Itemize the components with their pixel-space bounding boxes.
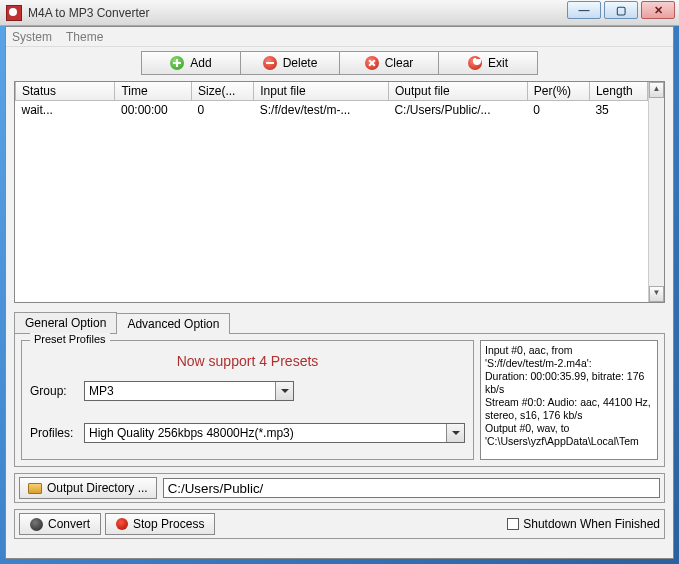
output-directory-input[interactable] (163, 478, 660, 498)
cell-length: 35 (589, 101, 647, 120)
output-dir-label: Output Directory ... (47, 481, 148, 495)
stream-info: Input #0, aac, from 'S:/f/dev/test/m-2.m… (480, 340, 658, 460)
cell-per: 0 (527, 101, 589, 120)
advanced-options-panel: Preset Profiles Now support 4 Presets Gr… (14, 333, 665, 467)
titlebar: M4A to MP3 Converter — ▢ ✕ (0, 0, 679, 26)
maximize-button[interactable]: ▢ (604, 1, 638, 19)
chevron-down-icon (275, 382, 293, 400)
cell-status: wait... (16, 101, 115, 120)
preset-legend: Preset Profiles (30, 333, 110, 345)
folder-icon (28, 483, 42, 494)
scroll-up[interactable]: ▲ (649, 82, 664, 98)
col-input[interactable]: Input file (254, 82, 389, 101)
scrollbar[interactable]: ▲ ▼ (648, 82, 664, 302)
clear-label: Clear (385, 56, 414, 70)
output-directory-button[interactable]: Output Directory ... (19, 477, 157, 499)
shutdown-checkbox[interactable] (507, 518, 519, 530)
convert-icon (30, 518, 43, 531)
tab-strip: General Option Advanced Option (6, 311, 673, 333)
clear-icon (365, 56, 379, 70)
group-combo[interactable]: MP3 (84, 381, 294, 401)
shutdown-label: Shutdown When Finished (523, 517, 660, 531)
col-output[interactable]: Output file (388, 82, 527, 101)
toolbar: Add Delete Clear Exit (6, 47, 673, 79)
stop-icon (116, 518, 128, 530)
app-icon (6, 5, 22, 21)
delete-button[interactable]: Delete (240, 51, 340, 75)
profiles-combo[interactable]: High Quality 256kbps 48000Hz(*.mp3) (84, 423, 465, 443)
cell-input: S:/f/dev/test/m-... (254, 101, 389, 120)
convert-button[interactable]: Convert (19, 513, 101, 535)
stop-process-button[interactable]: Stop Process (105, 513, 215, 535)
minus-icon (263, 56, 277, 70)
cell-output: C:/Users/Public/... (388, 101, 527, 120)
client-area: System Theme Add Delete Clear Exit Statu… (5, 26, 674, 559)
exit-label: Exit (488, 56, 508, 70)
col-size[interactable]: Size(... (192, 82, 254, 101)
clear-button[interactable]: Clear (339, 51, 439, 75)
preset-profiles-group: Preset Profiles Now support 4 Presets Gr… (21, 340, 474, 460)
group-value: MP3 (89, 384, 114, 398)
col-time[interactable]: Time (115, 82, 192, 101)
stop-label: Stop Process (133, 517, 204, 531)
scroll-down[interactable]: ▼ (649, 286, 664, 302)
preset-title: Now support 4 Presets (30, 353, 465, 369)
col-length[interactable]: Length (589, 82, 647, 101)
tab-general[interactable]: General Option (14, 312, 117, 333)
table-row[interactable]: wait... 00:00:00 0 S:/f/dev/test/m-... C… (16, 101, 648, 120)
profiles-label: Profiles: (30, 426, 84, 440)
window-title: M4A to MP3 Converter (28, 6, 149, 20)
minimize-button[interactable]: — (567, 1, 601, 19)
col-per[interactable]: Per(%) (527, 82, 589, 101)
exit-button[interactable]: Exit (438, 51, 538, 75)
menu-theme[interactable]: Theme (66, 30, 103, 44)
close-button[interactable]: ✕ (641, 1, 675, 19)
chevron-down-icon (446, 424, 464, 442)
cell-time: 00:00:00 (115, 101, 192, 120)
cell-size: 0 (192, 101, 254, 120)
add-label: Add (190, 56, 211, 70)
convert-label: Convert (48, 517, 90, 531)
profiles-value: High Quality 256kbps 48000Hz(*.mp3) (89, 426, 294, 440)
add-button[interactable]: Add (141, 51, 241, 75)
output-dir-row: Output Directory ... (14, 473, 665, 503)
plus-icon (170, 56, 184, 70)
power-icon (468, 56, 482, 70)
file-list[interactable]: Status Time Size(... Input file Output f… (14, 81, 665, 303)
menubar: System Theme (6, 27, 673, 47)
delete-label: Delete (283, 56, 318, 70)
col-status[interactable]: Status (16, 82, 115, 101)
tab-advanced[interactable]: Advanced Option (116, 313, 230, 334)
menu-system[interactable]: System (12, 30, 52, 44)
bottom-bar: Convert Stop Process Shutdown When Finis… (14, 509, 665, 539)
group-label: Group: (30, 384, 84, 398)
